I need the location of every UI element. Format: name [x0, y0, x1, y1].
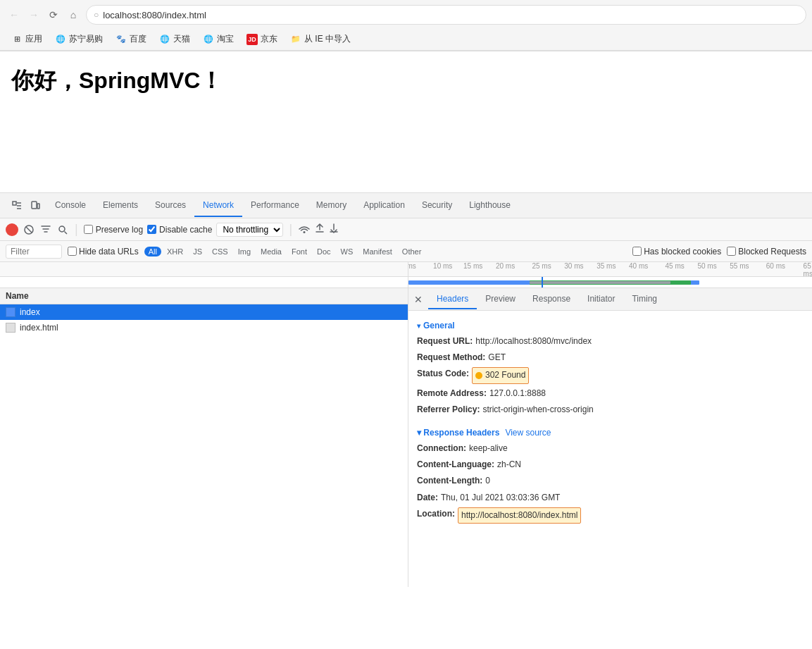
filter-tab-font[interactable]: Font [287, 247, 311, 256]
back-button[interactable]: ← [6, 6, 23, 23]
devtools-left-icons [6, 197, 46, 214]
timeline-header-row: 5 ms 10 ms 15 ms 20 ms 25 ms 30 ms 35 ms… [0, 262, 812, 277]
general-section-header[interactable]: General [417, 316, 804, 333]
filter-tab-ws[interactable]: WS [337, 247, 358, 256]
blocked-requests-checkbox[interactable] [727, 247, 736, 256]
clear-button[interactable] [23, 223, 35, 236]
date-value: Thu, 01 Jul 2021 03:03:36 GMT [441, 491, 560, 505]
preserve-log-text: Preserve log [96, 225, 143, 235]
filter-icon[interactable] [39, 223, 52, 236]
detail-tab-headers[interactable]: Headers [428, 290, 477, 309]
filter-tab-doc[interactable]: Doc [313, 247, 335, 256]
home-button[interactable]: ⌂ [65, 6, 82, 23]
request-row-index[interactable]: index [0, 304, 408, 320]
filter-tab-img[interactable]: Img [234, 247, 255, 256]
detail-tab-preview[interactable]: Preview [477, 290, 524, 309]
forward-button[interactable]: → [25, 6, 42, 23]
detail-tab-response[interactable]: Response [524, 290, 579, 309]
request-name-index: index [20, 307, 40, 317]
view-source-link[interactable]: View source [505, 428, 551, 438]
filter-tab-other[interactable]: Other [398, 247, 426, 256]
bookmark-ie-import[interactable]: 📁 从 IE 中导入 [285, 31, 356, 47]
disable-cache-checkbox-label[interactable]: Disable cache [147, 225, 212, 235]
bookmark-jd-label: 京东 [261, 33, 277, 45]
timeline-cursor [542, 277, 543, 288]
preserve-log-checkbox[interactable] [84, 225, 93, 234]
bookmark-taobao[interactable]: 🌐 淘宝 [197, 31, 239, 47]
bookmarks-bar: ⊞ 应用 🌐 苏宁易购 🐾 百度 🌐 天猫 🌐 淘宝 JD 京东 📁 从 IE … [0, 30, 812, 51]
tick-10ms: 10 ms [433, 262, 452, 270]
disable-cache-checkbox[interactable] [147, 225, 156, 234]
bookmark-baidu[interactable]: 🐾 百度 [110, 31, 152, 47]
request-name-indexhtml: index.html [20, 323, 58, 333]
svg-line-6 [65, 231, 68, 234]
tab-console[interactable]: Console [46, 194, 94, 217]
tab-network[interactable]: Network [194, 194, 242, 217]
address-bar[interactable]: ○ localhost:8080/index.html [86, 5, 806, 25]
remote-address-row: Remote Address: 127.0.0.1:8888 [417, 385, 804, 402]
blocked-requests-label[interactable]: Blocked Requests [727, 247, 806, 256]
hide-data-urls-label[interactable]: Hide data URLs [68, 247, 139, 256]
request-row-indexhtml[interactable]: index.html [0, 320, 408, 335]
filter-input[interactable] [6, 245, 62, 259]
timeline-bar-gray [530, 281, 671, 284]
search-icon[interactable] [56, 223, 69, 236]
hide-data-urls-text: Hide data URLs [79, 247, 139, 256]
device-toolbar-icon[interactable] [27, 197, 44, 214]
preserve-log-checkbox-label[interactable]: Preserve log [84, 225, 143, 235]
jd-icon: JD [246, 34, 258, 45]
response-headers-section-toggle[interactable]: ▾ Response Headers [417, 428, 499, 438]
bookmark-apps-label: 应用 [25, 33, 42, 45]
page-content: 你好，SpringMVC！ [0, 51, 812, 192]
timeline-ticks: 5 ms 10 ms 15 ms 20 ms 25 ms 30 ms 35 ms… [408, 262, 812, 276]
svg-point-7 [304, 231, 306, 233]
filter-tab-css[interactable]: CSS [208, 247, 232, 256]
filter-tab-xhr[interactable]: XHR [163, 247, 187, 256]
bookmark-ie-label: 从 IE 中导入 [304, 33, 351, 45]
bookmark-taobao-label: 淘宝 [217, 33, 234, 45]
details-close-button[interactable]: ✕ [408, 290, 428, 309]
response-header-content-length: Content-Length: 0 [417, 473, 804, 489]
bookmark-jd[interactable]: JD 京东 [241, 31, 283, 47]
tab-security[interactable]: Security [413, 194, 461, 217]
tick-45ms: 45 ms [666, 262, 685, 270]
filter-tab-js[interactable]: JS [189, 247, 206, 256]
tab-memory[interactable]: Memory [308, 194, 355, 217]
bookmark-baidu-label: 百度 [130, 33, 146, 45]
bookmark-apps[interactable]: ⊞ 应用 [6, 31, 48, 47]
record-button[interactable] [6, 223, 18, 236]
navigation-bar: ← → ⟳ ⌂ ○ localhost:8080/index.html [0, 0, 812, 30]
reload-button[interactable]: ⟳ [45, 6, 62, 23]
tab-performance[interactable]: Performance [242, 194, 308, 217]
tab-elements[interactable]: Elements [94, 194, 146, 217]
hide-data-urls-checkbox[interactable] [68, 247, 77, 256]
taobao-icon: 🌐 [203, 34, 214, 45]
response-header-date: Date: Thu, 01 Jul 2021 03:03:36 GMT [417, 490, 804, 506]
suning-icon: 🌐 [55, 34, 66, 45]
download-icon[interactable] [329, 223, 339, 235]
filter-tab-media[interactable]: Media [256, 247, 286, 256]
bookmark-suning[interactable]: 🌐 苏宁易购 [49, 31, 108, 47]
svg-rect-1 [32, 202, 37, 209]
filter-tab-all[interactable]: All [144, 247, 161, 256]
throttle-select[interactable]: No throttling [216, 223, 283, 237]
svg-line-4 [26, 227, 32, 233]
tab-sources[interactable]: Sources [146, 194, 194, 217]
tab-lighthouse[interactable]: Lighthouse [461, 194, 519, 217]
filter-tab-manifest[interactable]: Manifest [358, 247, 396, 256]
page-heading: 你好，SpringMVC！ [11, 66, 223, 97]
svg-point-5 [59, 226, 65, 232]
upload-icon[interactable] [315, 223, 325, 235]
tab-application[interactable]: Application [355, 194, 413, 217]
bookmark-tianmao[interactable]: 🌐 天猫 [154, 31, 196, 47]
detail-tab-timing[interactable]: Timing [623, 290, 666, 309]
date-key: Date: [417, 491, 438, 505]
has-blocked-cookies-checkbox[interactable] [632, 247, 642, 256]
has-blocked-cookies-label[interactable]: Has blocked cookies [632, 247, 721, 256]
detail-tab-initiator[interactable]: Initiator [579, 290, 623, 309]
tick-60ms: 60 ms [766, 262, 785, 270]
tick-30ms: 30 ms [564, 262, 583, 270]
lock-icon: ○ [94, 10, 99, 20]
inspect-element-icon[interactable] [8, 197, 25, 214]
tick-50ms: 50 ms [697, 262, 716, 270]
